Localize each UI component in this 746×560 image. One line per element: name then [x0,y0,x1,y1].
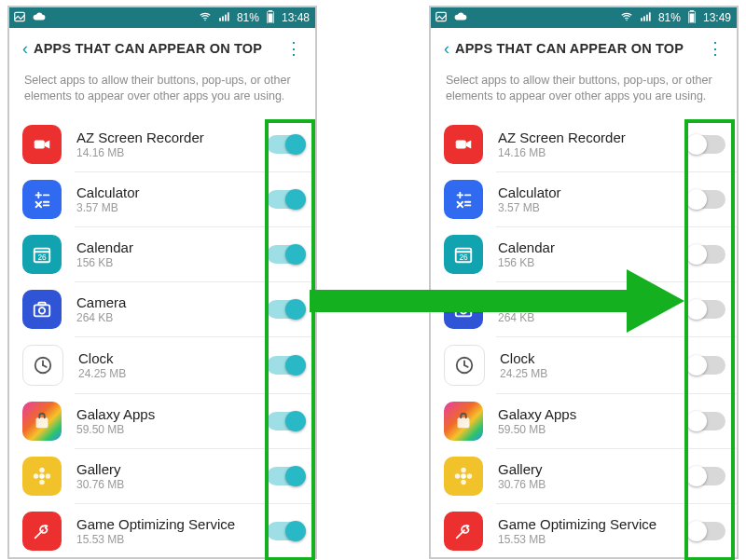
app-size: 14.16 MB [498,146,688,159]
svg-marker-43 [466,140,472,148]
clock-text: 13:48 [282,11,310,24]
clock-icon [22,345,63,386]
app-label: Game Optimizing Service15.53 MB [76,516,267,546]
svg-marker-10 [45,140,50,148]
app-label: Gallery30.76 MB [498,461,688,491]
toggle-switch[interactable] [688,135,725,154]
camera-icon [22,290,62,329]
app-row[interactable]: 26Calendar156 KB [9,227,315,281]
toggle-switch[interactable] [267,467,304,485]
app-label: Calculator3.57 MB [498,184,688,214]
toggle-switch[interactable] [267,412,304,430]
overflow-menu-button[interactable]: ⋮ [701,38,729,59]
page-title: APPS THAT CAN APPEAR ON TOP [455,41,701,56]
app-row[interactable]: Clock24.25 MB [9,337,315,393]
calendar-icon: 26 [22,235,62,274]
toggle-switch[interactable] [688,412,725,430]
app-row[interactable]: Game Optimizing Service15.53 MB [431,504,737,558]
svg-rect-27 [36,417,48,428]
svg-rect-23 [38,302,45,305]
cloud-icon [32,10,47,26]
app-row[interactable]: Camera264 KB [9,282,315,336]
svg-point-1 [204,19,206,20]
toggle-switch[interactable] [267,245,304,264]
toggle-switch[interactable] [267,135,304,154]
page-subtitle: Select apps to allow their buttons, pop-… [431,69,737,117]
phone-screenshot-left: 81%13:48‹APPS THAT CAN APPEAR ON TOP⋮Sel… [7,6,317,559]
toggle-switch[interactable] [267,356,304,375]
toggle-switch[interactable] [688,245,725,264]
app-name: Game Optimizing Service [498,516,688,532]
app-size: 59.50 MB [498,423,688,436]
app-list: AZ Screen Recorder14.16 MBCalculator3.57… [431,117,737,559]
toggle-switch[interactable] [688,467,725,485]
app-row[interactable]: Gallery30.76 MB [9,449,315,503]
signal-icon [640,10,653,26]
app-name: AZ Screen Recorder [498,130,688,145]
app-label: Calendar156 KB [76,239,267,269]
app-row[interactable]: Galaxy Apps59.50 MB [431,394,737,448]
app-size: 3.57 MB [498,201,688,214]
app-size: 156 KB [498,256,688,269]
back-button[interactable]: ‹ [438,39,455,59]
app-name: Camera [498,294,688,310]
app-label: Galaxy Apps59.50 MB [498,406,688,436]
app-row[interactable]: Gallery30.76 MB [431,449,737,503]
svg-rect-36 [643,16,645,20]
clock-text: 13:49 [703,11,731,24]
title-bar: ‹APPS THAT CAN APPEAR ON TOP⋮ [9,28,315,69]
bag-icon [444,402,483,441]
app-row[interactable]: Calculator3.57 MB [9,172,315,226]
svg-rect-4 [225,14,227,20]
svg-rect-42 [456,140,466,148]
svg-rect-9 [35,140,45,148]
wrench-icon [22,512,62,551]
app-size: 156 KB [76,256,267,269]
svg-rect-8 [269,13,273,21]
toggle-switch[interactable] [688,190,725,209]
app-name: Galaxy Apps [76,406,267,422]
app-size: 3.57 MB [76,201,267,214]
app-row[interactable]: Galaxy Apps59.50 MB [9,394,315,448]
toggle-switch[interactable] [688,356,725,375]
app-row[interactable]: Calculator3.57 MB [431,172,737,226]
svg-point-29 [39,468,45,473]
svg-point-30 [39,479,45,485]
app-label: Game Optimizing Service15.53 MB [498,516,688,546]
app-row[interactable]: 26Calendar156 KB [431,227,737,281]
toggle-switch[interactable] [267,300,304,319]
app-label: Calculator3.57 MB [76,184,267,214]
wrench-icon [444,512,483,551]
overflow-menu-button[interactable]: ⋮ [280,38,308,59]
app-size: 30.76 MB [76,478,267,491]
back-button[interactable]: ‹ [17,39,34,59]
svg-rect-5 [228,12,229,20]
toggle-switch[interactable] [267,190,304,209]
app-size: 24.25 MB [78,367,267,380]
svg-rect-56 [460,302,466,305]
app-name: Clock [500,350,688,366]
camcorder-icon [22,125,62,164]
toggle-switch[interactable] [688,522,725,540]
app-row[interactable]: Game Optimizing Service15.53 MB [9,504,315,558]
app-name: Calculator [498,184,688,200]
svg-text:26: 26 [459,253,468,261]
app-name: Calendar [76,239,267,255]
status-bar: 81%13:48 [9,7,315,28]
app-label: Galaxy Apps59.50 MB [76,406,267,436]
app-row[interactable]: Clock24.25 MB [431,337,737,393]
toggle-switch[interactable] [688,300,725,319]
svg-line-59 [464,365,468,367]
toggle-switch[interactable] [267,522,304,540]
svg-point-34 [626,19,628,20]
app-size: 15.53 MB [498,533,688,546]
app-row[interactable]: AZ Screen Recorder14.16 MB [431,117,737,171]
app-row[interactable]: AZ Screen Recorder14.16 MB [9,117,315,171]
svg-point-31 [34,473,39,479]
app-size: 264 KB [498,311,688,324]
battery-icon [686,10,698,26]
app-row[interactable]: Camera264 KB [431,282,737,336]
app-name: Game Optimizing Service [76,516,267,532]
app-name: Galaxy Apps [498,406,688,422]
camcorder-icon [444,125,483,164]
